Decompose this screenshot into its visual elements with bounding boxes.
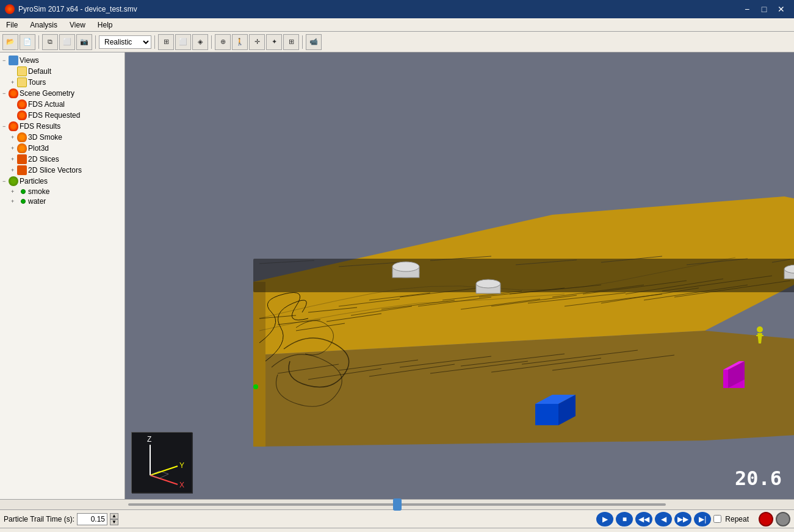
- default-icon: [17, 66, 27, 76]
- maximize-button[interactable]: □: [756, 3, 772, 15]
- views-icon: [9, 56, 18, 65]
- stop-button[interactable]: ■: [616, 512, 633, 527]
- grid-button[interactable]: ⊞: [158, 34, 174, 50]
- record-button[interactable]: [759, 512, 773, 527]
- menu-view[interactable]: View: [63, 20, 92, 31]
- view-mode-select[interactable]: Realistic Wireframe Solid: [99, 35, 151, 49]
- repeat-label: Repeat: [725, 515, 749, 523]
- back-button[interactable]: ◀: [655, 512, 672, 527]
- smoke-particle-label: smoke: [28, 187, 49, 196]
- fds-results-label: FDS Results: [20, 122, 60, 131]
- forward-button[interactable]: ▶▶: [674, 512, 691, 527]
- viewport-3d[interactable]: Z Y X 20.6: [125, 52, 794, 499]
- stop-record-button[interactable]: [776, 512, 790, 527]
- particles-icon: [9, 176, 18, 186]
- timeline-thumb[interactable]: [393, 498, 402, 511]
- toolbar: 📂 📄 ⧉ ⬜ 📷 Realistic Wireframe Solid ⊞ ⬜ …: [0, 32, 794, 52]
- tree-item-2d-slices[interactable]: + 2D Slices: [0, 154, 125, 165]
- tree-item-water-particle[interactable]: + water: [0, 196, 125, 206]
- rewind-button[interactable]: ◀◀: [635, 512, 652, 527]
- fds-results-icon: [9, 121, 18, 131]
- tree-item-default[interactable]: Default: [0, 66, 125, 77]
- tree-item-scene-geometry[interactable]: − Scene Geometry: [0, 88, 125, 99]
- smoke-dot-icon: [21, 189, 26, 194]
- rotate-button[interactable]: ✦: [266, 34, 282, 50]
- repeat-checkbox[interactable]: [713, 515, 721, 523]
- svg-rect-63: [535, 404, 558, 425]
- tree-item-fds-actual[interactable]: FDS Actual: [0, 99, 125, 110]
- zoom-button[interactable]: ⊞: [283, 34, 299, 50]
- app-icon: [5, 4, 15, 14]
- tree-item-tours[interactable]: + Tours: [0, 77, 125, 88]
- default-label: Default: [28, 67, 51, 76]
- particle-trail-input[interactable]: [77, 513, 107, 525]
- tree-item-plot3d[interactable]: + Plot3d: [0, 143, 125, 154]
- z-axis-label: Z: [147, 435, 151, 444]
- fds-requested-label: FDS Requested: [28, 111, 80, 120]
- fds-actual-icon: [17, 99, 27, 109]
- toolbar-separator-5: [302, 35, 303, 49]
- fds-actual-label: FDS Actual: [28, 100, 65, 109]
- particle-trail-area: Particle Trail Time (s): ▲ ▼: [4, 513, 118, 525]
- cube-button[interactable]: ◈: [192, 34, 208, 50]
- title-bar-controls: − □ ✕: [739, 3, 789, 15]
- menu-analysis[interactable]: Analysis: [24, 20, 63, 31]
- frame-number: 20.6: [735, 467, 782, 490]
- y-axis-label: Y: [179, 461, 184, 470]
- tree-item-smoke-particle[interactable]: + smoke: [0, 187, 125, 196]
- particles-label: Particles: [20, 177, 48, 185]
- particle-trail-spinner: ▲ ▼: [110, 513, 118, 525]
- toolbar-separator-3: [154, 35, 155, 49]
- vectors-label: 2D Slice Vectors: [28, 166, 82, 174]
- file-button[interactable]: 📄: [20, 34, 35, 50]
- tree-item-views[interactable]: − Views: [0, 55, 125, 66]
- toolbar-separator-4: [211, 35, 212, 49]
- open-button[interactable]: 📂: [2, 34, 18, 50]
- close-button[interactable]: ✕: [773, 3, 789, 15]
- move-button[interactable]: ⊕: [215, 34, 231, 50]
- paste-button[interactable]: ⬜: [59, 34, 75, 50]
- smoke-3d-icon: [17, 132, 27, 142]
- scene-canvas: [125, 52, 794, 499]
- tours-label: Tours: [28, 78, 46, 87]
- main-content: − Views Default + Tours − Scene Geometry: [0, 52, 794, 499]
- axes-widget: Z Y X: [131, 432, 192, 493]
- copy-button[interactable]: ⧉: [42, 34, 58, 50]
- tree-item-3d-smoke[interactable]: + 3D Smoke: [0, 132, 125, 143]
- window-title: PyroSim 2017 x64 - device_test.smv: [18, 5, 137, 13]
- toolbar-separator-1: [38, 35, 39, 49]
- svg-point-61: [757, 326, 763, 332]
- tree-item-particles[interactable]: − Particles: [0, 176, 125, 187]
- playback-controls: Particle Trail Time (s): ▲ ▼ ▶ ■ ◀◀ ◀ ▶▶…: [0, 509, 794, 528]
- screenshot-button[interactable]: 📷: [76, 34, 92, 50]
- svg-point-52: [476, 279, 500, 288]
- water-dot-icon: [21, 199, 26, 204]
- spin-up[interactable]: ▲: [110, 513, 118, 519]
- box-button[interactable]: ⬜: [175, 34, 191, 50]
- menu-help[interactable]: Help: [92, 20, 119, 31]
- end-button[interactable]: ▶|: [694, 512, 711, 527]
- x-axis-label: X: [179, 481, 184, 489]
- slices-icon: [17, 154, 27, 164]
- walk-button[interactable]: 🚶: [232, 34, 248, 50]
- minimize-button[interactable]: −: [739, 3, 755, 15]
- camera-button[interactable]: 📹: [306, 34, 322, 50]
- tree-item-slice-vectors[interactable]: + 2D Slice Vectors: [0, 165, 125, 176]
- svg-marker-3: [253, 282, 265, 447]
- play-button[interactable]: ▶: [596, 512, 613, 527]
- plot3d-icon: [17, 143, 27, 153]
- spin-down[interactable]: ▼: [110, 519, 118, 525]
- tree-item-fds-requested[interactable]: FDS Requested: [0, 110, 125, 121]
- status-bar: Click-drag to rotate, hold shift to pan …: [0, 528, 794, 532]
- smoke-3d-label: 3D Smoke: [28, 133, 62, 142]
- menu-file[interactable]: File: [0, 20, 24, 31]
- timeline-slider[interactable]: [128, 503, 666, 506]
- geometry-label: Scene Geometry: [20, 89, 74, 98]
- title-bar-left: PyroSim 2017 x64 - device_test.smv: [5, 4, 137, 14]
- plot3d-label: Plot3d: [28, 144, 49, 153]
- tree-item-fds-results[interactable]: − FDS Results: [0, 121, 125, 132]
- tours-icon: [17, 77, 27, 87]
- menu-bar: File Analysis View Help: [0, 18, 794, 32]
- pan-button[interactable]: ✛: [249, 34, 265, 50]
- tree-root: − Views Default + Tours − Scene Geometry: [0, 52, 125, 209]
